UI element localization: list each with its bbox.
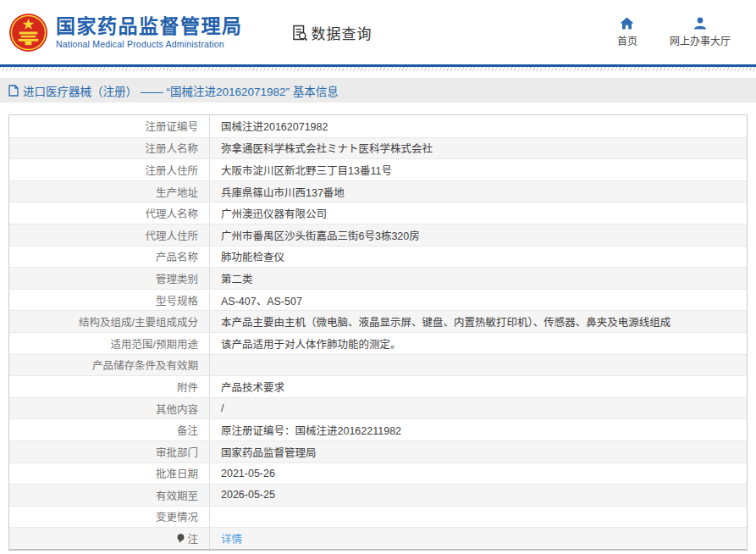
field-label: 变更情况 xyxy=(9,507,210,528)
org-name: 国家药品监督管理局 xyxy=(56,15,243,37)
field-value: 广州市番禺区沙头街嘉品三街6号3栋320房 xyxy=(210,224,747,246)
nav-home-label: 首页 xyxy=(617,33,637,47)
bulb-note-icon xyxy=(177,534,185,544)
org-name-en: National Medical Products Administration xyxy=(56,39,243,49)
field-value: AS-407、AS-507 xyxy=(210,290,747,311)
nav-home[interactable]: 首页 xyxy=(617,17,637,47)
data-query-nav[interactable]: 数据查询 xyxy=(290,22,372,43)
field-value xyxy=(210,507,747,528)
field-value: 详情 xyxy=(210,528,747,549)
field-label: 注册人住所 xyxy=(9,159,210,180)
field-label: 产品名称 xyxy=(9,247,210,268)
field-value: 兵庫県篠山市川西137番地 xyxy=(210,181,747,202)
field-label: 其他内容 xyxy=(9,398,210,419)
table-row: 型号规格 AS-407、AS-507 xyxy=(9,289,747,311)
table-row: 审批部门 国家药品监督管理局 xyxy=(9,440,747,463)
field-value xyxy=(210,355,747,376)
nav-online-hall-label: 网上办事大厅 xyxy=(670,33,731,47)
data-query-label: 数据查询 xyxy=(312,22,372,43)
field-value: 第二类 xyxy=(210,268,747,289)
table-row: 产品名称 肺功能检查仪 xyxy=(9,246,747,268)
table-row: 代理人住所 广州市番禺区沙头街嘉品三街6号3栋320房 xyxy=(9,224,747,246)
field-value: 广州澳迅仪器有限公司 xyxy=(210,202,747,224)
national-emblem-icon xyxy=(8,13,48,53)
table-row: 适用范围/预期用途 该产品适用于对人体作肺功能的测定。 xyxy=(9,332,747,354)
field-label: 型号规格 xyxy=(9,290,210,311)
field-label: 有效期至 xyxy=(9,485,210,506)
field-label: 附件 xyxy=(9,376,210,397)
field-value: 弥拿通医科学株式会社ミナト医科学株式会社 xyxy=(210,138,747,159)
field-label: 生产地址 xyxy=(9,181,210,202)
table-row: 变更情况 xyxy=(9,506,747,528)
table-row: 有效期至 2026-05-25 xyxy=(9,484,747,506)
field-value: 产品技术要求 xyxy=(210,376,747,397)
table-row: 注册人名称 弥拿通医科学株式会社ミナト医科学株式会社 xyxy=(9,137,747,159)
field-label: 管理类别 xyxy=(9,268,210,289)
field-label: 注册证编号 xyxy=(9,115,210,137)
field-label: 注 xyxy=(9,528,210,549)
field-value: 大阪市淀川区新北野三丁目13番11号 xyxy=(210,159,747,180)
table-row: 管理类别 第二类 xyxy=(9,267,747,289)
table-row: 代理人名称 广州澳迅仪器有限公司 xyxy=(9,202,747,224)
field-label: 审批部门 xyxy=(9,441,210,463)
field-value: 国械注进20162071982 xyxy=(210,115,747,137)
header-nav: 首页 网上办事大厅 xyxy=(617,17,731,47)
field-value: 该产品适用于对人体作肺功能的测定。 xyxy=(210,333,747,354)
home-icon xyxy=(620,17,634,30)
document-icon xyxy=(8,85,19,97)
table-row-note: 注 详情 xyxy=(9,527,747,549)
nav-online-hall[interactable]: 网上办事大厅 xyxy=(670,17,731,47)
field-value: 本产品主要由主机（微电脑、液晶显示屏、键盘、内置热敏打印机）、传感器、鼻夹及电源… xyxy=(210,311,747,332)
table-row: 产品储存条件及有效期 xyxy=(9,354,747,376)
registration-info-table: 注册证编号 国械注进20162071982 注册人名称 弥拿通医科学株式会社ミナ… xyxy=(8,114,748,551)
table-row: 注册证编号 国械注进20162071982 xyxy=(9,115,747,137)
site-header: 国家药品监督管理局 National Medical Products Admi… xyxy=(0,0,756,64)
field-label: 备注 xyxy=(9,419,210,440)
detail-link[interactable]: 详情 xyxy=(221,530,242,546)
field-label: 适用范围/预期用途 xyxy=(9,333,210,354)
field-value: 原注册证编号：国械注进20162211982 xyxy=(210,419,747,440)
breadcrumb-text: 进口医疗器械（注册） —— “国械注进20162071982” 基本信息 xyxy=(23,82,339,99)
breadcrumb: 进口医疗器械（注册） —— “国械注进20162071982” 基本信息 xyxy=(0,78,756,102)
table-row: 附件 产品技术要求 xyxy=(9,375,747,397)
table-row: 备注 原注册证编号：国械注进20162211982 xyxy=(9,418,747,440)
brand-text: 国家药品监督管理局 National Medical Products Admi… xyxy=(56,15,243,49)
field-value: 肺功能检查仪 xyxy=(210,247,747,268)
field-label: 产品储存条件及有效期 xyxy=(9,355,210,376)
field-label: 注册人名称 xyxy=(9,138,210,159)
field-label: 代理人住所 xyxy=(9,224,210,246)
table-row: 注册人住所 大阪市淀川区新北野三丁目13番11号 xyxy=(9,158,747,180)
field-label: 结构及组成/主要组成成分 xyxy=(9,311,210,332)
field-value: 国家药品监督管理局 xyxy=(210,441,747,463)
doc-search-icon xyxy=(290,23,309,42)
user-icon xyxy=(693,17,707,30)
table-row: 生产地址 兵庫県篠山市川西137番地 xyxy=(9,180,747,202)
table-row: 结构及组成/主要组成成分 本产品主要由主机（微电脑、液晶显示屏、键盘、内置热敏打… xyxy=(9,310,747,332)
field-value: 2021-05-26 xyxy=(210,463,747,485)
table-row: 其他内容 / xyxy=(9,397,747,419)
nmpa-logo[interactable]: 国家药品监督管理局 National Medical Products Admi… xyxy=(8,13,243,53)
field-label: 批准日期 xyxy=(9,463,210,485)
hatch-strip xyxy=(0,67,756,71)
field-value: / xyxy=(210,398,747,419)
table-row: 批准日期 2021-05-26 xyxy=(9,463,747,485)
note-label: 注 xyxy=(187,530,198,546)
field-label: 代理人名称 xyxy=(9,202,210,224)
field-value: 2026-05-25 xyxy=(210,485,747,506)
